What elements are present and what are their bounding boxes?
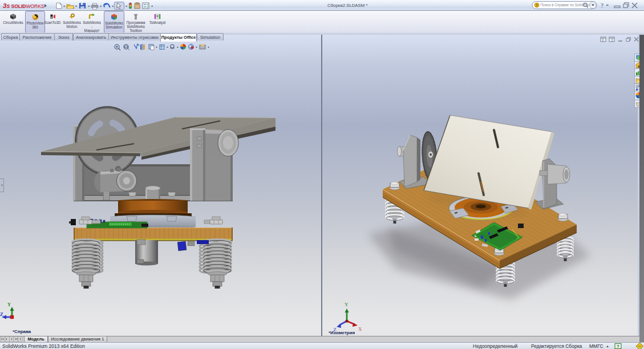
svg-text:Y: Y: [345, 302, 349, 307]
svg-text:?: ?: [536, 3, 538, 7]
svg-text:?: ?: [601, 2, 604, 9]
svg-text:?: ?: [617, 344, 619, 348]
svg-text:Y: Y: [7, 302, 11, 307]
svg-text:X: X: [358, 326, 362, 332]
svg-text:Z: Z: [0, 311, 3, 317]
